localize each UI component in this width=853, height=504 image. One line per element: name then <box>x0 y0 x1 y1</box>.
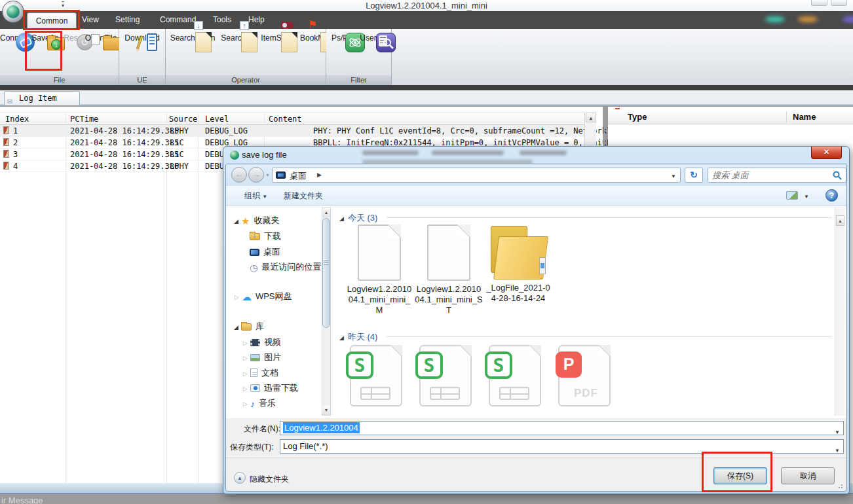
address-dropdown-icon[interactable]: ▼ <box>671 173 676 179</box>
quick-access-dropdown-icon[interactable]: ▾ <box>62 1 64 9</box>
type-column-header[interactable]: Type <box>628 112 647 122</box>
col-source[interactable]: Source <box>169 115 197 124</box>
blur-artifact <box>362 151 419 155</box>
hide-folders-icon[interactable]: ▲ <box>234 472 246 484</box>
search-input[interactable] <box>712 170 827 181</box>
name-column-header[interactable]: Name <box>793 112 816 122</box>
tree-item-libraries[interactable]: ◢库 <box>234 321 264 333</box>
scroll-up-icon[interactable]: ▲ <box>836 215 844 226</box>
file-item-pdf[interactable]: PPDF <box>550 345 618 406</box>
log-row-1[interactable]: 1 2021-04-28 16:14:29.385 LPHY DEBUG_LOG… <box>0 125 584 137</box>
address-location[interactable]: 桌面 <box>290 170 307 182</box>
background-window-text: ir Message <box>1 495 43 504</box>
col-pctime[interactable]: PCTime <box>70 115 98 124</box>
group-label-operator: Operator <box>166 75 326 85</box>
blur-artifact <box>520 151 567 155</box>
collapse-icon[interactable]: ▷ <box>243 401 248 407</box>
organize-button[interactable]: 组织 ▼ <box>244 190 267 202</box>
download-button[interactable]: Download <box>122 31 162 43</box>
file-item-logview-m[interactable]: Logview1.2.201004.1_mini_mini_M <box>345 225 413 315</box>
tree-item-pictures[interactable]: ▷图片 <box>243 351 281 363</box>
openfile-button[interactable]: OpenFile <box>84 31 118 43</box>
collapse-icon[interactable]: ▷ <box>243 340 248 346</box>
close-icon[interactable]: ✕ <box>811 147 842 159</box>
tab-tools[interactable]: Tools <box>213 15 231 24</box>
expand-icon[interactable]: ◢ <box>234 324 238 331</box>
folder-item-logfile[interactable]: _LogFile_2021-04-28-16-14-24 <box>484 225 552 304</box>
file-item-logview-st[interactable]: Logview1.2.201004.1_mini_mini_ST <box>415 225 483 315</box>
app-menu-orb[interactable] <box>2 1 24 23</box>
userlog-button[interactable]: UserLog <box>359 31 390 43</box>
col-level[interactable]: Level <box>205 115 229 124</box>
maximize-button[interactable] <box>831 0 847 6</box>
tree-item-music[interactable]: ▷♪音乐 <box>243 397 276 409</box>
file-item-wps-2[interactable]: S <box>411 345 480 406</box>
searchdown-button[interactable]: ↓ SearchDown <box>168 31 218 43</box>
address-bar[interactable]: 桌面 ▶ ▼ <box>272 168 681 183</box>
minimize-button[interactable] <box>811 0 827 6</box>
bookmark-flag-icon <box>3 162 9 170</box>
views-dropdown-icon[interactable]: ▼ <box>804 194 809 200</box>
annotation-box-saveas <box>25 31 62 71</box>
col-content[interactable]: Content <box>269 115 302 124</box>
reset-button[interactable]: ↺ Reset <box>62 31 86 43</box>
tab-command[interactable]: Command <box>160 15 196 24</box>
tab-log-item-view[interactable]: ✉ Log Item View <box>4 91 80 105</box>
col-index[interactable]: Index <box>5 115 29 124</box>
ribbon-tab-bar: Common View Setting Command Tools Help <box>0 11 853 29</box>
new-folder-button[interactable]: 新建文件夹 <box>284 190 323 202</box>
scroll-down-icon[interactable]: ▼ <box>322 406 330 415</box>
group-header-yesterday[interactable]: ◢昨天 (4) <box>339 331 377 343</box>
scroll-thumb[interactable] <box>322 218 330 328</box>
help-icon[interactable]: ? <box>825 189 838 202</box>
collapse-icon[interactable]: ▷ <box>243 386 248 392</box>
tree-item-downloads[interactable]: ↓下载 <box>250 230 281 242</box>
tree-item-thunder-downloads[interactable]: ▷迅雷下载 <box>243 382 298 394</box>
tab-view[interactable]: View <box>82 15 99 24</box>
tree-item-desktop[interactable]: 桌面 <box>250 246 280 258</box>
file-list-scrollbar[interactable]: ▲ <box>835 207 844 416</box>
collapse-icon[interactable]: ▷ <box>243 370 248 377</box>
expand-icon[interactable]: ◢ <box>339 334 344 341</box>
tree-item-favorites[interactable]: ◢★收藏夹 <box>234 215 279 227</box>
nav-history-dropdown-icon[interactable]: ▼ <box>265 173 270 177</box>
scroll-up-icon[interactable]: ▲ <box>586 113 596 122</box>
cloud-icon: ☁ <box>242 291 252 303</box>
glow-purple <box>843 16 853 22</box>
tree-item-videos[interactable]: ▷视频 <box>243 336 281 348</box>
tree-item-recent[interactable]: ◷最近访问的位置 <box>250 261 321 273</box>
filename-input[interactable]: Logview1.2.201004 ▼ <box>280 421 844 435</box>
breadcrumb-arrow-icon[interactable]: ▶ <box>317 171 322 178</box>
download-folder-icon: ↓ <box>250 233 260 240</box>
group-header-today[interactable]: ◢今天 (3) <box>339 212 377 224</box>
back-icon[interactable]: ← <box>231 167 247 183</box>
star-icon: ★ <box>241 215 250 227</box>
expand-icon[interactable]: ◢ <box>234 218 238 225</box>
file-item-wps-3[interactable]: S <box>481 345 549 406</box>
tree-scrollbar[interactable]: ▲ ▼ <box>322 207 331 416</box>
tab-help[interactable]: Help <box>248 15 265 24</box>
tree-item-documents[interactable]: ▷文档 <box>243 367 278 379</box>
hide-folders-label[interactable]: 隐藏文件夹 <box>250 474 289 485</box>
searchup-button[interactable]: ↑ SearchUp <box>218 31 259 43</box>
psphy-button[interactable]: Ps/Phy <box>329 31 359 43</box>
tree-item-wps-cloud[interactable]: ▷☁WPS网盘 <box>235 291 292 303</box>
search-box[interactable] <box>708 168 846 183</box>
scroll-up-icon[interactable]: ▲ <box>322 208 330 217</box>
cancel-button[interactable]: 取消 <box>781 467 835 484</box>
views-icon[interactable] <box>786 191 798 200</box>
window-title: Logview1.2.201004.1_mini_mini <box>0 1 853 10</box>
collapse-icon[interactable]: ▷ <box>243 355 248 361</box>
tab-setting[interactable]: Setting <box>115 15 140 24</box>
filetype-value: Log File(*.*) <box>283 441 328 451</box>
itemscroll-button[interactable]: ItemScroll <box>258 31 299 43</box>
chevron-down-icon[interactable]: ▼ <box>835 444 840 458</box>
chevron-down-icon[interactable]: ▼ <box>835 426 840 439</box>
bookmark-flag-icon <box>3 126 9 134</box>
file-item-wps-1[interactable]: S <box>342 345 410 406</box>
collapse-icon[interactable]: ▷ <box>235 294 239 300</box>
expand-icon[interactable]: ◢ <box>339 215 344 222</box>
refresh-icon[interactable]: ↻ <box>685 168 703 183</box>
forward-icon[interactable]: → <box>248 167 264 183</box>
resize-grip[interactable] <box>838 482 844 489</box>
